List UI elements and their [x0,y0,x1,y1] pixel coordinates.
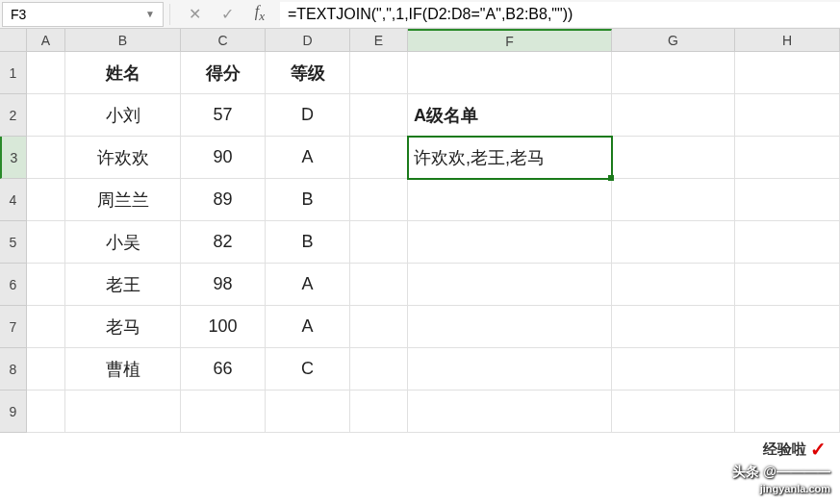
cell-D9[interactable] [266,391,350,433]
cell-D2[interactable]: D [266,94,350,137]
cell-A1[interactable] [27,52,65,94]
cell-A2[interactable] [27,94,65,137]
cell-C4[interactable]: 89 [181,179,266,221]
cell-C6[interactable]: 98 [181,264,266,306]
cell-F3[interactable]: 许欢欢,老王,老马 [408,137,612,179]
formula-input[interactable]: =TEXTJOIN(",",1,IF(D2:D8="A",B2:B8,"")) [280,2,840,27]
cell-F9[interactable] [408,391,612,433]
cell-H2[interactable] [735,94,840,137]
cell-A8[interactable] [27,348,65,391]
cell-C9[interactable] [181,391,266,433]
cell-E7[interactable] [350,306,408,348]
formula-bar: F3 ▼ ✕ ✓ fx =TEXTJOIN(",",1,IF(D2:D8="A"… [0,0,840,29]
cell-G2[interactable] [612,94,735,137]
cell-A3[interactable] [27,137,65,179]
cell-C3[interactable]: 90 [181,137,266,179]
cancel-icon[interactable]: ✕ [184,5,205,23]
cell-E4[interactable] [350,179,408,221]
cell-E8[interactable] [350,348,408,391]
col-header-C[interactable]: C [181,29,266,52]
cell-G8[interactable] [612,348,735,391]
col-header-D[interactable]: D [266,29,350,52]
fill-handle[interactable] [608,175,614,181]
col-header-A[interactable]: A [27,29,65,52]
cell-G1[interactable] [612,52,735,94]
cell-B7[interactable]: 老马 [65,306,181,348]
cell-H5[interactable] [735,221,840,264]
select-all-corner[interactable] [0,29,27,52]
cell-H8[interactable] [735,348,840,391]
cell-D1[interactable]: 等级 [266,52,350,94]
cell-B5[interactable]: 小吴 [65,221,181,264]
cell-G7[interactable] [612,306,735,348]
cell-A4[interactable] [27,179,65,221]
cell-B3[interactable]: 许欢欢 [65,137,181,179]
cell-F7[interactable] [408,306,612,348]
cell-F8[interactable] [408,348,612,391]
cell-C1[interactable]: 得分 [181,52,266,94]
cell-C8[interactable]: 66 [181,348,266,391]
cell-B1[interactable]: 姓名 [65,52,181,94]
cell-E3[interactable] [350,137,408,179]
cell-F4[interactable] [408,179,612,221]
confirm-icon[interactable]: ✓ [216,5,238,23]
cell-B9[interactable] [65,391,181,433]
cell-F1[interactable] [408,52,612,94]
cell-H9[interactable] [735,391,840,433]
cell-E2[interactable] [350,94,408,137]
cell-C7[interactable]: 100 [181,306,266,348]
cell-D4[interactable]: B [266,179,350,221]
row-header-5[interactable]: 5 [0,221,27,264]
cell-A9[interactable] [27,391,65,433]
row-header-6[interactable]: 6 [0,264,27,306]
cell-E1[interactable] [350,52,408,94]
row-header-1[interactable]: 1 [0,52,27,94]
row-header-9[interactable]: 9 [0,391,27,433]
cell-D6[interactable]: A [266,264,350,306]
cell-C5[interactable]: 82 [181,221,266,264]
formula-text: =TEXTJOIN(",",1,IF(D2:D8="A",B2:B8,"")) [288,6,573,23]
col-header-B[interactable]: B [65,29,181,52]
cell-G4[interactable] [612,179,735,221]
row-header-4[interactable]: 4 [0,179,27,221]
row-header-8[interactable]: 8 [0,348,27,391]
chevron-down-icon[interactable]: ▼ [145,9,155,19]
cell-G5[interactable] [612,221,735,264]
cell-H3[interactable] [735,137,840,179]
cell-B8[interactable]: 曹植 [65,348,181,391]
cell-D7[interactable]: A [266,306,350,348]
cell-G3[interactable] [612,137,735,179]
col-header-F[interactable]: F [408,29,612,52]
name-box[interactable]: F3 ▼ [2,2,164,27]
col-header-E[interactable]: E [350,29,408,52]
col-header-H[interactable]: H [735,29,840,52]
cell-G9[interactable] [612,391,735,433]
row-header-3[interactable]: 3 [0,137,27,179]
cell-C2[interactable]: 57 [181,94,266,137]
cell-H4[interactable] [735,179,840,221]
cell-B4[interactable]: 周兰兰 [65,179,181,221]
cell-H1[interactable] [735,52,840,94]
row-header-2[interactable]: 2 [0,94,27,137]
cell-D5[interactable]: B [266,221,350,264]
cell-F5[interactable] [408,221,612,264]
cell-B2[interactable]: 小刘 [65,94,181,137]
cell-D8[interactable]: C [266,348,350,391]
cell-A7[interactable] [27,306,65,348]
cell-F2[interactable]: A级名单 [408,94,612,137]
cell-E5[interactable] [350,221,408,264]
cell-G6[interactable] [612,264,735,306]
fx-icon[interactable]: fx [249,3,270,24]
row-header-7[interactable]: 7 [0,306,27,348]
cell-H6[interactable] [735,264,840,306]
cell-H7[interactable] [735,306,840,348]
cell-D3[interactable]: A [266,137,350,179]
cell-A5[interactable] [27,221,65,264]
col-header-G[interactable]: G [612,29,735,52]
cell-B6[interactable]: 老王 [65,264,181,306]
watermark-logo: 经验啦 ✓ [759,437,830,462]
cell-E6[interactable] [350,264,408,306]
cell-E9[interactable] [350,391,408,433]
cell-F6[interactable] [408,264,612,306]
cell-A6[interactable] [27,264,65,306]
